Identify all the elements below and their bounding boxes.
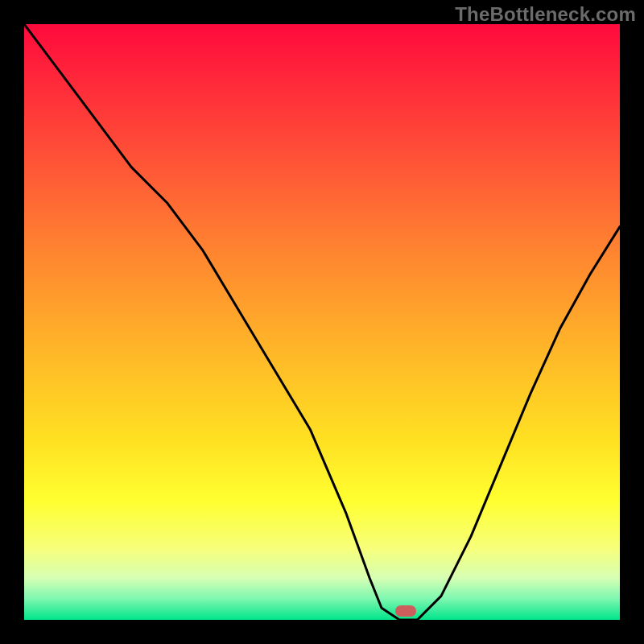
curve-layer (24, 24, 620, 620)
optimum-marker (395, 605, 416, 617)
watermark-text: TheBottleneck.com (455, 3, 636, 26)
bottleneck-curve (24, 24, 620, 620)
chart-frame: TheBottleneck.com (0, 0, 644, 644)
plot-area (24, 24, 620, 620)
